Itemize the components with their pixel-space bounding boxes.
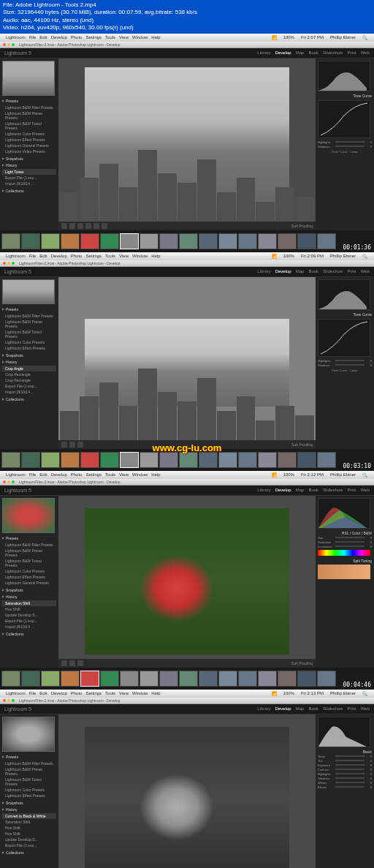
presets-header[interactable]: Presets xyxy=(2,755,56,759)
soft-proofing-label[interactable]: Soft Proofing xyxy=(291,224,313,228)
nav-develop[interactable]: Develop xyxy=(275,706,291,711)
nav-web[interactable]: Web xyxy=(361,269,370,273)
preset-item[interactable]: Lightroom General Presets xyxy=(2,580,56,586)
menu-tools[interactable]: Tools xyxy=(105,472,115,477)
history-header[interactable]: History xyxy=(2,595,56,599)
main-preview[interactable]: Soft Proofing xyxy=(58,59,316,230)
filmstrip-thumb[interactable] xyxy=(120,233,139,249)
filmstrip[interactable] xyxy=(0,230,374,252)
nav-web[interactable]: Web xyxy=(361,50,370,55)
filmstrip-thumb[interactable] xyxy=(179,233,198,249)
presets-header[interactable]: Presets xyxy=(2,99,56,103)
tone-curve-panel[interactable] xyxy=(318,100,370,138)
preset-item[interactable]: Lightroom B&W Preset Presets xyxy=(2,548,56,558)
filmstrip-thumb[interactable] xyxy=(258,671,277,687)
presets-header[interactable]: Presets xyxy=(2,536,56,540)
history-item[interactable]: Export File (1 exp... xyxy=(2,383,56,389)
filmstrip-thumb[interactable] xyxy=(238,671,257,687)
nav-slideshow[interactable]: Slideshow xyxy=(323,50,343,55)
filmstrip-thumb[interactable] xyxy=(238,233,257,249)
wifi-icon[interactable]: 📶 xyxy=(272,472,277,478)
menu-settings[interactable]: Settings xyxy=(85,254,102,258)
histogram-panel[interactable] xyxy=(318,279,370,310)
filmstrip-thumb[interactable] xyxy=(258,233,277,249)
crop-tool-icon[interactable] xyxy=(61,442,67,448)
mac-menubar[interactable]: Lightroom File Edit Develop Photo Settin… xyxy=(0,471,374,479)
tone-curve-label[interactable]: Tone Curve xyxy=(318,94,372,98)
nav-print[interactable]: Print xyxy=(347,50,356,55)
menu-lightroom[interactable]: Lightroom xyxy=(6,472,26,477)
filmstrip-thumb[interactable] xyxy=(100,233,119,249)
menu-edit[interactable]: Edit xyxy=(39,35,47,39)
menu-photo[interactable]: Photo xyxy=(71,691,83,695)
maximize-icon[interactable] xyxy=(12,480,15,483)
filmstrip-thumb[interactable] xyxy=(100,671,119,687)
minimize-icon[interactable] xyxy=(7,699,10,702)
nav-slideshow[interactable]: Slideshow xyxy=(323,488,343,492)
brush-tool-icon[interactable] xyxy=(77,660,83,666)
point-curve-label[interactable]: Point Curve : Linear xyxy=(318,369,372,372)
spot-tool-icon[interactable] xyxy=(69,223,75,229)
menu-window[interactable]: Window xyxy=(132,35,148,39)
wifi-icon[interactable]: 📶 xyxy=(272,254,277,259)
tone-curve-label[interactable]: Tone Curve xyxy=(318,312,372,317)
preset-item[interactable]: Lightroom Effect Presets xyxy=(2,345,56,351)
preset-item[interactable]: Lightroom B&W Toned Presets xyxy=(2,558,56,568)
menu-lightroom[interactable]: Lightroom xyxy=(6,691,26,695)
soft-proofing-label[interactable]: Soft Proofing xyxy=(291,661,313,665)
spot-tool-icon[interactable] xyxy=(69,442,75,448)
crop-tool-icon[interactable] xyxy=(61,660,67,666)
close-icon[interactable] xyxy=(3,699,6,702)
nav-slideshow[interactable]: Slideshow xyxy=(323,269,343,273)
nav-book[interactable]: Book xyxy=(308,488,318,492)
history-item[interactable]: Import (8/10/14 ... xyxy=(2,624,56,630)
filmstrip-thumb[interactable] xyxy=(218,452,237,468)
menu-tools[interactable]: Tools xyxy=(105,35,115,39)
preset-item[interactable]: Lightroom Effect Presets xyxy=(2,137,56,143)
nav-library[interactable]: Library xyxy=(257,488,270,492)
slider-row[interactable]: Shadows0 xyxy=(318,145,372,148)
filmstrip-thumb[interactable] xyxy=(317,671,336,687)
nav-web[interactable]: Web xyxy=(361,488,370,492)
nav-print[interactable]: Print xyxy=(347,269,356,273)
menu-window[interactable]: Window xyxy=(132,254,148,258)
minimize-icon[interactable] xyxy=(7,43,10,46)
nav-map[interactable]: Map xyxy=(296,488,305,492)
filmstrip-thumb[interactable] xyxy=(80,452,99,468)
menu-edit[interactable]: Edit xyxy=(39,691,47,695)
menu-develop[interactable]: Develop xyxy=(51,254,67,258)
preset-item[interactable]: Lightroom B&W Filter Presets xyxy=(2,761,56,766)
slider-sat[interactable]: Saturation0 xyxy=(318,540,372,544)
menu-settings[interactable]: Settings xyxy=(85,472,102,477)
menu-view[interactable]: View xyxy=(119,35,129,39)
histogram-panel[interactable] xyxy=(318,717,370,747)
menu-settings[interactable]: Settings xyxy=(85,35,102,39)
menu-settings[interactable]: Settings xyxy=(85,691,102,695)
maximize-icon[interactable] xyxy=(12,699,15,702)
close-icon[interactable] xyxy=(3,480,6,483)
menu-help[interactable]: Help xyxy=(151,472,160,477)
history-item[interactable]: Saturation Shift xyxy=(2,819,56,825)
menu-file[interactable]: File xyxy=(29,472,37,477)
history-item[interactable]: Hue Shift xyxy=(2,825,56,831)
menu-file[interactable]: File xyxy=(29,691,37,695)
filmstrip-thumb[interactable] xyxy=(80,233,99,249)
brush-tool-icon[interactable] xyxy=(77,442,83,448)
filmstrip-thumb[interactable] xyxy=(238,452,257,468)
filmstrip-thumb[interactable] xyxy=(21,233,40,249)
history-item[interactable]: Light Tones xyxy=(2,169,56,175)
close-icon[interactable] xyxy=(3,43,6,46)
menu-lightroom[interactable]: Lightroom xyxy=(6,35,26,39)
hsl-label[interactable]: HSL / Color / B&W xyxy=(318,531,372,535)
snapshots-header[interactable]: Snapshots xyxy=(2,353,56,358)
history-item[interactable]: Import (8/10/14 ... xyxy=(2,389,56,395)
history-item[interactable]: Export File (1 exp... xyxy=(2,175,56,181)
filmstrip-thumb[interactable] xyxy=(199,671,218,687)
menu-help[interactable]: Help xyxy=(151,691,160,695)
menu-develop[interactable]: Develop xyxy=(51,472,67,477)
slider-contrast[interactable]: Contrast0 xyxy=(318,768,372,771)
history-header[interactable]: History xyxy=(2,163,56,167)
filmstrip-thumb[interactable] xyxy=(159,452,178,468)
history-item[interactable]: Crop Rectangle xyxy=(2,377,56,383)
filmstrip-thumb[interactable] xyxy=(80,671,99,687)
